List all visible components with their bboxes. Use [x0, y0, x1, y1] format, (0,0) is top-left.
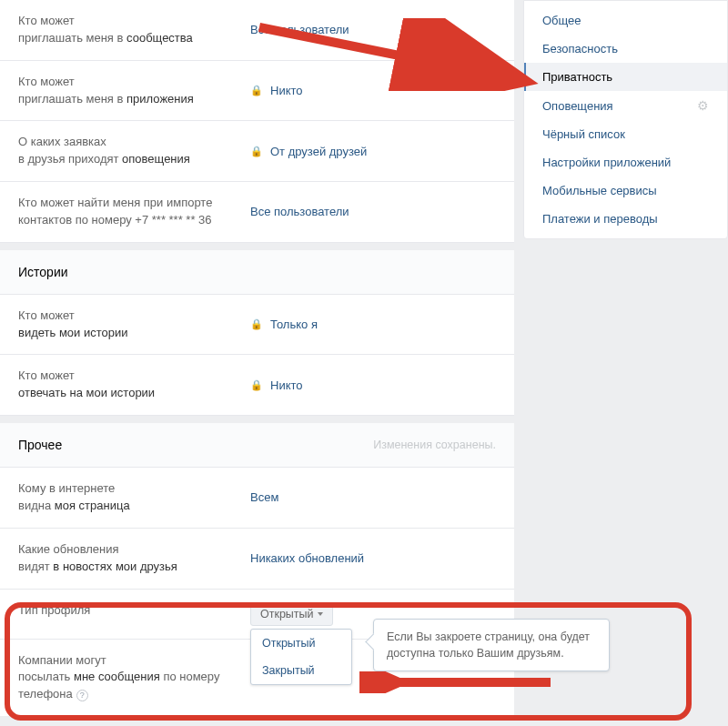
value-friend-req-notif[interactable]: 🔒 От друзей друзей [250, 145, 367, 158]
value-feed-updates[interactable]: Никаких обновлений [250, 551, 364, 565]
lock-icon: 🔒 [250, 379, 263, 391]
label-profile-type: Тип профиля [18, 602, 250, 620]
value-stories-reply[interactable]: 🔒 Никто [250, 378, 303, 392]
profile-type-option-open[interactable]: Открытый [251, 630, 351, 657]
settings-nav: Общее Безопасность Приватность Оповещени… [523, 0, 728, 239]
help-icon[interactable]: ? [76, 690, 88, 701]
lock-icon: 🔒 [250, 85, 263, 96]
sidebar-item-privacy[interactable]: Приватность [524, 63, 727, 91]
lock-icon: 🔒 [250, 146, 263, 157]
value-find-by-phone[interactable]: Все пользователи [250, 205, 349, 218]
row-stories-see[interactable]: Кто может видеть мои истории 🔒 Только я [0, 295, 514, 355]
gear-icon[interactable]: ⚙ [697, 98, 709, 113]
label-stories-see: Кто может видеть мои истории [18, 308, 250, 342]
label-feed-updates: Какие обновления видят в новостях мои др… [18, 541, 250, 576]
section-title-stories: Истории [0, 243, 514, 295]
sidebar-item-security[interactable]: Безопасность [524, 35, 727, 63]
label-find-by-phone: Кто может найти меня при импорте контакт… [18, 195, 250, 229]
sidebar-item-payments[interactable]: Платежи и переводы [524, 205, 727, 233]
profile-type-tooltip: Если Вы закроете страницу, она будет дос… [373, 619, 610, 671]
sidebar-item-app-settings[interactable]: Настройки приложений [524, 148, 727, 176]
label-friend-req-notif: О каких заявках в друзья приходят оповещ… [18, 134, 250, 168]
sidebar-item-notifications[interactable]: Оповещения ⚙ [524, 91, 727, 120]
row-friend-req-notif[interactable]: О каких заявках в друзья приходят оповещ… [0, 120, 514, 181]
sidebar-item-mobile[interactable]: Мобильные сервисы [524, 176, 727, 205]
row-stories-reply[interactable]: Кто может отвечать на мои истории 🔒 Никт… [0, 354, 514, 415]
row-feed-updates[interactable]: Какие обновления видят в новостях мои др… [0, 528, 514, 589]
profile-type-option-closed[interactable]: Закрытый [251, 657, 351, 684]
value-page-visible[interactable]: Всем [250, 490, 278, 504]
sidebar-item-general[interactable]: Общее [524, 6, 727, 35]
row-invite-apps[interactable]: Кто может приглашать меня в приложения 🔒… [0, 60, 514, 121]
label-page-visible: Кому в интернете видна моя страница [18, 480, 250, 515]
chevron-down-icon [318, 612, 323, 616]
value-invite-groups[interactable]: Все пользователи [250, 23, 349, 36]
label-invite-groups: Кто может приглашать меня в сообщества [18, 13, 250, 47]
profile-type-dropdown[interactable]: Открытый [250, 602, 333, 626]
profile-type-menu: Открытый Закрытый [250, 629, 352, 685]
saved-text: Изменения сохранены. [373, 439, 496, 451]
row-find-by-phone[interactable]: Кто может найти меня при импорте контакт… [0, 181, 514, 242]
label-companies-msg: Компании могут посылать мне сообщения по… [18, 652, 250, 704]
row-invite-groups[interactable]: Кто может приглашать меня в сообщества В… [0, 0, 514, 60]
section-title-other: Прочее Изменения сохранены. [0, 416, 514, 468]
lock-icon: 🔒 [250, 318, 263, 330]
value-stories-see[interactable]: 🔒 Только я [250, 318, 318, 331]
sidebar-item-blacklist[interactable]: Чёрный список [524, 120, 727, 148]
label-stories-reply: Кто может отвечать на мои истории [18, 368, 250, 402]
row-page-visible[interactable]: Кому в интернете видна моя страница Всем [0, 468, 514, 528]
value-invite-apps[interactable]: 🔒 Никто [250, 84, 303, 97]
label-invite-apps: Кто может приглашать меня в приложения [18, 74, 250, 108]
